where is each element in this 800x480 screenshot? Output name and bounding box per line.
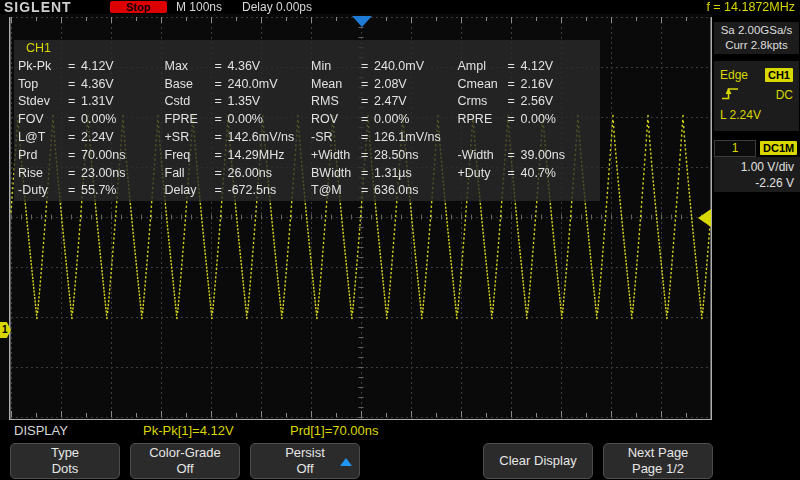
measurement-cell: Prd=70.00ns [14,146,161,164]
measurement-label: T@M [311,183,361,197]
equals-sign: = [361,94,374,108]
trigger-position-marker-icon[interactable] [352,16,372,27]
measurement-value: 4.12V [81,59,114,73]
equals-sign: = [361,148,374,162]
equals-sign: = [215,59,228,73]
measurement-cell: RMS=2.47V [307,93,454,111]
measurement-value: 2.47V [374,94,407,108]
acquisition-info-panel: Sa 2.00GSa/s Curr 2.8kpts [714,22,799,54]
measurement-cell: Ampl=4.12V [454,57,601,75]
measurement-label: Min [311,59,361,73]
measurement-cell: Freq=14.29MHz [161,146,308,164]
equals-sign: = [508,59,521,73]
measurement-label: Top [18,77,68,91]
equals-sign: = [508,94,521,108]
trigger-source-badge: CH1 [765,68,793,82]
clear-display-button-label: Clear Display [499,453,576,469]
measurement-value: 636.0ns [374,183,418,197]
measurement-row: FOV=0.00%FPRE=0.00%ROV=0.00%RPRE=0.00% [14,110,600,128]
run-state-badge[interactable]: Stop [110,1,167,13]
measurement-value: 4.12V [521,59,554,73]
measurement-value: 2.56V [521,94,554,108]
persist-button-value: Off [296,461,313,477]
measurement-label: RMS [311,94,361,108]
equals-sign: = [215,77,228,91]
trigger-type-label: Edge [720,68,748,82]
measurement-overlay: CH1 Pk-Pk=4.12VMax=4.36VMin=240.0mVAmpl=… [14,40,600,201]
siglent-logo: SIGLENT [4,0,72,14]
measurement-cell: Min=240.0mV [307,57,454,75]
measurement-row: Prd=70.00nsFreq=14.29MHz+Width=28.50ns-W… [14,146,600,164]
measurement-label: -Width [458,148,508,162]
equals-sign: = [361,59,374,73]
trigger-info-panel: Edge CH1 DC L 2.24V [714,61,799,131]
measurement-row: Pk-Pk=4.12VMax=4.36VMin=240.0mVAmpl=4.12… [14,57,600,75]
channel-number-tab[interactable]: 1 [714,140,756,157]
measurement-label: Ampl [458,59,508,73]
measurement-label: Crms [458,94,508,108]
measurement-cell: Max=4.36V [161,57,308,75]
measurement-value: 126.1mV/ns [374,130,441,144]
color-grade-button-value: Off [176,461,193,477]
measurement-label: Fall [165,166,215,180]
equals-sign: = [68,183,81,197]
measurement-value: 28.50ns [374,148,418,162]
measurement-label: -Duty [18,183,68,197]
measurement-value: 1.31µs [374,166,412,180]
trigger-level-readout: L 2.24V [720,105,793,125]
measurement-cell: ROV=0.00% [307,110,454,128]
channel-coupling-badge: DC1M [760,141,797,155]
measurement-channel-title: CH1 [14,40,600,57]
measurement-value: 0.00% [521,112,556,126]
measurement-label: Max [165,59,215,73]
equals-sign: = [68,94,81,108]
channel-info-panel: 1 DC1M 1.00 V/div -2.26 V [714,139,800,192]
equals-sign: = [215,112,228,126]
measurement-label: BWidth [311,166,361,180]
type-button[interactable]: Type Dots [10,443,120,479]
oscilloscope-screen: 1 CH1 Pk-Pk=4.12VMax=4.36VMin=240.0mVAmp… [0,0,800,480]
measurement-label: FOV [18,112,68,126]
next-page-button[interactable]: Next Page Page 1/2 [603,443,713,479]
equals-sign: = [508,148,521,162]
measurement-row: -Duty=55.7%Delay=-672.5nsT@M=636.0ns [14,182,600,200]
measurement-label: Cmean [458,77,508,91]
color-grade-button[interactable]: Color-Grade Off [130,443,240,479]
measurement-cell: FOV=0.00% [14,110,161,128]
measurement-value: 55.7% [81,183,116,197]
right-sidebar: Sa 2.00GSa/s Curr 2.8kpts Edge CH1 DC L … [713,14,800,420]
measurement-value: 23.00ns [81,166,125,180]
next-page-button-value: Page 1/2 [632,461,684,477]
measurement-cell: FPRE=0.00% [161,110,308,128]
timebase-readout: M 100ns [176,0,222,14]
measurement-value: 2.08V [374,77,407,91]
menu-title: DISPLAY [14,423,68,438]
measurement-label: +Width [311,148,361,162]
persist-button[interactable]: Persist Off [250,443,360,479]
equals-sign: = [215,130,228,144]
equals-sign: = [68,59,81,73]
equals-sign: = [361,112,374,126]
memory-depth-readout: Curr 2.8kpts [714,38,799,53]
measurement-value: 0.00% [228,112,263,126]
measurement-label: L@T [18,130,68,144]
measurement-cell: +Duty=40.7% [454,164,601,182]
equals-sign: = [361,183,374,197]
measurement-value: 240.0mV [374,59,424,73]
equals-sign: = [361,166,374,180]
trigger-level-marker-icon[interactable] [698,209,711,227]
equals-sign: = [215,166,228,180]
measurement-cell: RPRE=0.00% [454,110,601,128]
clear-display-button[interactable]: Clear Display [483,443,593,479]
top-status-bar: SIGLENT Stop M 100ns Delay 0.00ps f = 14… [0,0,800,14]
measurement-value: 40.7% [521,166,556,180]
measurement-label: +Duty [458,166,508,180]
equals-sign: = [215,94,228,108]
measurement-cell: Crms=2.56V [454,93,601,111]
equals-sign: = [68,77,81,91]
type-button-label: Type [51,445,79,461]
channel-scale-readout: 1.00 V/div [714,159,794,175]
measurement-label: Pk-Pk [18,59,68,73]
measurement-cell: Base=240.0mV [161,75,308,93]
measurement-cell: +Width=28.50ns [307,146,454,164]
